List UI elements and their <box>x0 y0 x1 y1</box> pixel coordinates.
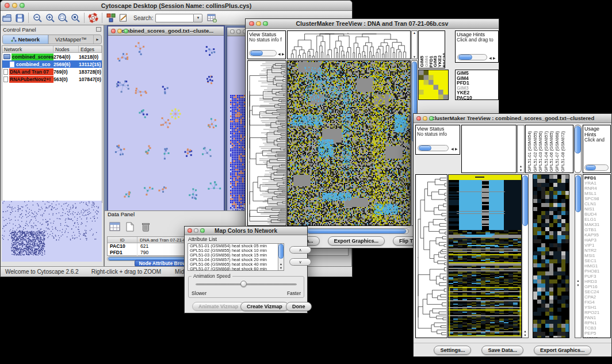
scroll-up-icon[interactable]: ▲ <box>278 262 284 266</box>
close-icon[interactable] <box>111 29 116 33</box>
tv1-hints-scrollbar[interactable] <box>457 54 487 60</box>
minimize-icon[interactable] <box>423 116 427 121</box>
zoom-window-icon[interactable] <box>20 3 25 8</box>
scroll-down-icon[interactable]: ▼ <box>575 283 581 287</box>
treeview-button[interactable]: Export Graphics... <box>534 346 591 355</box>
array-column-label[interactable]: GPL51-08 (GSM872) <box>560 131 566 172</box>
minimize-icon[interactable] <box>256 21 261 26</box>
gene-label[interactable]: PHO81 <box>583 269 610 274</box>
scroll-down-icon[interactable]: ▼ <box>522 334 528 337</box>
treeview-button[interactable]: Settings... <box>434 346 471 355</box>
import-table-icon[interactable] <box>205 12 218 24</box>
scroll-down-icon[interactable]: ▼ <box>518 168 524 172</box>
tv2-status-scrollbar[interactable] <box>418 145 449 151</box>
minimize-icon[interactable] <box>12 3 17 8</box>
done-button[interactable]: Done <box>286 302 312 311</box>
gene-label[interactable]: NIS1 <box>583 206 610 212</box>
scroll-up-icon[interactable]: ▲ <box>522 329 528 333</box>
gene-label[interactable]: HAP3 <box>583 237 610 243</box>
gene-label[interactable]: GPI16 <box>583 284 610 289</box>
tv1-status-scrollbar[interactable] <box>249 50 277 56</box>
tv2-vscrollbar[interactable]: ▲ ▼ <box>522 174 529 338</box>
array-column-label[interactable]: GPL51-01 (GSM854) <box>527 131 533 172</box>
scroll-right-icon[interactable]: ▶ <box>455 147 458 151</box>
gene-label[interactable]: ELG1 <box>583 217 610 222</box>
array-column-label[interactable]: GPL51-03 (GSM856) <box>538 131 544 172</box>
close-icon[interactable] <box>5 3 10 8</box>
minimize-icon[interactable] <box>194 228 198 233</box>
tv1-row-dendrogram[interactable] <box>247 60 286 226</box>
minimize-icon[interactable] <box>117 29 122 33</box>
gene-label[interactable]: PAC10 <box>456 95 498 100</box>
array-column-label[interactable]: GPL51-02 (GSM855) <box>533 131 538 172</box>
tv2-row-dendrogram[interactable] <box>415 174 447 338</box>
tab-network[interactable]: Network <box>3 35 48 44</box>
tv1-column-dendrogram[interactable] <box>287 30 411 59</box>
scroll-left-icon[interactable]: ◀ <box>278 52 281 56</box>
gene-label[interactable]: CLN1 <box>583 201 610 206</box>
array-column-label[interactable]: GPL51-04 (GSM857) <box>544 131 549 172</box>
zoom-in-icon[interactable] <box>44 12 56 24</box>
gene-label[interactable]: YSH1 <box>583 305 610 310</box>
gene-label[interactable]: HMG1 <box>583 263 610 269</box>
tv2-column-dendrogram[interactable] <box>461 125 517 173</box>
tv1-col-scrollbar[interactable]: ▲ ▼ <box>411 30 418 59</box>
tv1-heatmap[interactable] <box>287 60 411 226</box>
gene-label[interactable]: SEC1 <box>583 258 610 263</box>
gene-label[interactable]: PFD1 <box>583 175 610 181</box>
treeview2-titlebar[interactable]: ClusterMaker TreeView : combined_scores_… <box>414 114 611 123</box>
zoom-out-icon[interactable] <box>31 12 44 24</box>
gene-label[interactable]: MSL1 <box>583 191 610 196</box>
gene-label[interactable]: FIG4 <box>583 300 610 305</box>
vizmapper-icon[interactable] <box>105 12 117 24</box>
zoom-window-icon[interactable] <box>263 21 268 26</box>
gene-label[interactable]: BUD4 <box>583 212 610 217</box>
scroll-right-icon[interactable]: ▶ <box>493 56 496 60</box>
dialog-titlebar[interactable]: Map Colors to Network <box>185 227 307 235</box>
gene-label[interactable]: TCB3 <box>583 325 610 331</box>
float-panel-icon[interactable] <box>96 27 101 32</box>
gene-label[interactable]: SPC98 <box>583 196 610 201</box>
gene-label[interactable]: CPA2 <box>583 294 610 300</box>
open-session-button[interactable] <box>1 12 13 24</box>
gene-label[interactable]: RNR4 <box>583 186 610 191</box>
search-dropdown-icon[interactable]: ▼ <box>193 14 202 22</box>
network-table-row[interactable]: combined_sco2569(6)13112(15) <box>2 60 102 68</box>
scroll-down-icon[interactable]: ▼ <box>412 55 417 59</box>
treeview-button[interactable]: Save Data... <box>481 346 523 355</box>
tv2-col-scrollbar[interactable]: ▲ ▼ <box>517 125 525 173</box>
network-overview-canvas[interactable] <box>2 201 102 262</box>
gene-label[interactable]: KAP95 <box>583 232 610 237</box>
zoom-selected-icon[interactable] <box>69 12 82 24</box>
gene-label[interactable]: NTR2 <box>583 248 610 253</box>
tab-vizmapper[interactable]: VizMapper™ <box>48 35 94 44</box>
close-icon[interactable] <box>230 29 235 34</box>
attribute-item[interactable]: GPL51-07 (GSM868) heat shock 60 min <box>188 267 284 271</box>
gene-label[interactable]: MAK31 <box>583 222 610 227</box>
animate-vizmap-button[interactable]: Animate Vizmap <box>192 302 244 311</box>
create-vizmap-button[interactable]: Create Vizmap <box>240 302 289 311</box>
close-icon[interactable] <box>249 21 254 26</box>
network-canvas[interactable] <box>108 36 224 212</box>
search-input[interactable] <box>155 14 193 22</box>
gene-label[interactable]: RPO21 <box>583 310 610 315</box>
zoom-window-icon[interactable] <box>124 29 128 33</box>
treeview-button[interactable]: Export Graphics... <box>328 236 385 246</box>
move-up-button[interactable]: ∧ <box>289 246 311 254</box>
tab-overflow-icon[interactable]: ► <box>93 35 101 44</box>
main-titlebar[interactable]: Cytoscape Desktop (Session Name: collins… <box>1 1 352 11</box>
scroll-down-icon[interactable]: ▼ <box>278 266 284 270</box>
gene-label[interactable]: RPN1 <box>583 320 610 325</box>
gene-label[interactable]: MON2 <box>583 336 610 338</box>
tv2-collabel-scrollbar[interactable] <box>574 125 582 173</box>
close-icon[interactable] <box>188 228 192 233</box>
gene-label[interactable]: PEP5 <box>583 331 610 336</box>
scroll-up-icon[interactable]: ▲ <box>575 279 581 282</box>
table-icon[interactable] <box>108 220 121 233</box>
scroll-up-icon[interactable]: ▲ <box>412 31 417 35</box>
array-column-label[interactable]: GPL51-07 (GSM868) <box>554 131 560 172</box>
tv1-correlation-matrix[interactable] <box>418 70 449 100</box>
network-table-row[interactable]: RNAPuberNov2+!563(0)107847(0) <box>2 75 102 83</box>
gene-label[interactable]: YRA1 <box>583 181 610 186</box>
close-icon[interactable] <box>416 116 421 121</box>
